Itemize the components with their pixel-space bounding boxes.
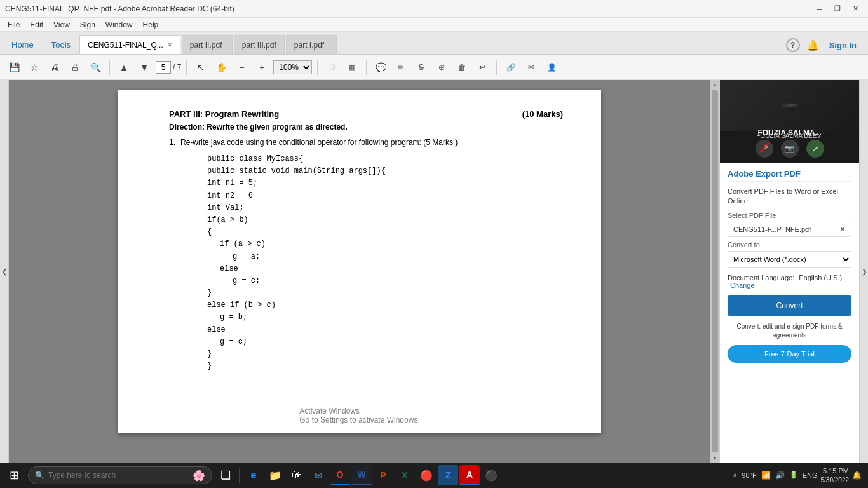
taskbar-explorer[interactable]: 📁 bbox=[265, 465, 285, 485]
find-button[interactable]: 🔍 bbox=[86, 58, 104, 76]
scroll-up-arrow[interactable]: ▲ bbox=[710, 80, 719, 89]
taskbar-store[interactable]: 🛍 bbox=[287, 465, 307, 485]
highlight-button[interactable]: ✏ bbox=[392, 58, 410, 76]
code-line-2: public static void main(String args[]){ bbox=[207, 165, 563, 177]
tab-part2[interactable]: part II.pdf bbox=[182, 35, 233, 54]
sign-in-button[interactable]: Sign In bbox=[825, 41, 860, 50]
tab-part3[interactable]: part III.pdf bbox=[234, 35, 285, 54]
help-button[interactable]: ? bbox=[786, 38, 800, 52]
taskbar-word[interactable]: W bbox=[351, 465, 372, 485]
pdf-direction: Direction: Rewrite the given program as … bbox=[169, 123, 563, 132]
hand-tool[interactable]: ✋ bbox=[212, 58, 230, 76]
trial-button[interactable]: Free 7-Day Trial bbox=[728, 345, 851, 363]
taskbar-time: 5:15 PM bbox=[821, 466, 850, 475]
code-line-16: g = c; bbox=[220, 336, 563, 348]
bookmark-button[interactable]: ☆ bbox=[25, 58, 43, 76]
menu-window[interactable]: Window bbox=[100, 19, 138, 30]
page-controls: / 7 bbox=[156, 61, 181, 74]
separator-3 bbox=[317, 60, 318, 75]
menu-view[interactable]: View bbox=[48, 19, 75, 30]
main-area: ❮ PART III: Program Rewriting (10 Marks)… bbox=[0, 80, 868, 463]
notification-icon[interactable]: 🔔 bbox=[851, 471, 863, 480]
zoom-select[interactable]: 100% 75% 125% 150% bbox=[273, 60, 312, 74]
convert-description: Convert PDF Files to Word or Excel Onlin… bbox=[728, 187, 851, 207]
undo-button[interactable]: ↩ bbox=[473, 58, 491, 76]
save-button[interactable]: 💾 bbox=[5, 58, 23, 76]
change-language-link[interactable]: Change bbox=[730, 281, 755, 289]
taskbar-taskview[interactable]: ❏ bbox=[215, 465, 236, 485]
tab-bar: Home Tools CENG511-FINAL_Q... ✕ part II.… bbox=[0, 32, 868, 55]
page-up-button[interactable]: ▲ bbox=[115, 58, 133, 76]
speaker-icon[interactable]: 🔊 bbox=[774, 471, 786, 480]
separator-1 bbox=[109, 60, 110, 75]
print-setup-button[interactable]: 🖨 bbox=[46, 58, 64, 76]
scrollbar-thumb[interactable] bbox=[712, 90, 718, 452]
code-line-10: else bbox=[220, 263, 563, 275]
menu-file[interactable]: File bbox=[3, 19, 25, 30]
taskbar-edge[interactable]: e bbox=[243, 465, 264, 485]
system-tray-arrow[interactable]: ∧ bbox=[731, 471, 738, 478]
tab-tools[interactable]: Tools bbox=[43, 35, 79, 54]
tab-part1[interactable]: part I.pdf bbox=[286, 35, 337, 54]
comment-button[interactable]: 💬 bbox=[372, 58, 390, 76]
network-icon[interactable]: 📶 bbox=[760, 471, 772, 480]
menu-sign[interactable]: Sign bbox=[75, 19, 100, 30]
convert-button[interactable]: Convert bbox=[728, 295, 851, 316]
strikethrough-button[interactable]: S̶ bbox=[412, 58, 430, 76]
zoom-out-button[interactable]: − bbox=[233, 58, 250, 76]
panel-mic-icon[interactable]: 🎤 bbox=[756, 140, 773, 158]
cursor-tool[interactable]: ↖ bbox=[192, 58, 210, 76]
convert-format-select[interactable]: Microsoft Word (*.docx) Microsoft Excel … bbox=[728, 251, 851, 268]
email-button[interactable]: ✉ bbox=[522, 58, 540, 76]
left-panel-toggle[interactable]: ❮ bbox=[0, 80, 9, 463]
taskbar-search-input[interactable] bbox=[48, 471, 189, 480]
marquee-zoom-button[interactable]: ▦ bbox=[343, 58, 361, 76]
taskbar-circle[interactable]: ⚫ bbox=[481, 465, 501, 485]
menu-edit[interactable]: Edit bbox=[25, 19, 48, 30]
user-button[interactable]: 👤 bbox=[543, 58, 560, 76]
taskbar-office[interactable]: O bbox=[330, 465, 350, 485]
taskbar-date: 5/30/2022 bbox=[821, 476, 850, 484]
page-down-button[interactable]: ▼ bbox=[135, 58, 153, 76]
close-button[interactable]: ✕ bbox=[848, 3, 863, 15]
restore-button[interactable]: ❐ bbox=[830, 3, 845, 15]
battery-icon[interactable]: 🔋 bbox=[788, 471, 799, 479]
right-panel-toggle[interactable]: ❯ bbox=[859, 80, 868, 463]
taskbar-mail[interactable]: ✉ bbox=[308, 465, 329, 485]
tab-ceng511[interactable]: CENG511-FINAL_Q... ✕ bbox=[79, 35, 180, 54]
notification-bell[interactable]: 🔔 bbox=[804, 36, 822, 54]
taskbar-excel[interactable]: X bbox=[395, 465, 415, 485]
taskbar-zoom[interactable]: Z bbox=[438, 465, 458, 485]
fit-page-button[interactable]: ⊞ bbox=[323, 58, 341, 76]
delete-button[interactable]: 🗑 bbox=[453, 58, 471, 76]
taskbar-clock[interactable]: 5:15 PM 5/30/2022 bbox=[821, 466, 850, 484]
taskbar-right: ∧ 98°F 📶 🔊 🔋 ENG 5:15 PM 5/30/2022 🔔 bbox=[731, 466, 865, 484]
scroll-down-arrow[interactable]: ▼ bbox=[710, 454, 719, 463]
start-button[interactable]: ⊞ bbox=[3, 464, 25, 487]
taskbar-widget-icon: 🌸 bbox=[193, 470, 205, 482]
file-box: CENG511-F...P_NFE.pdf ✕ bbox=[728, 222, 851, 237]
link-button[interactable]: 🔗 bbox=[502, 58, 520, 76]
panel-camera-icon[interactable]: 📷 bbox=[781, 140, 799, 158]
zoom-in-button[interactable]: + bbox=[253, 58, 271, 76]
taskbar-ppt[interactable]: P bbox=[373, 465, 393, 485]
stamp-button[interactable]: ⊕ bbox=[433, 58, 451, 76]
tab-home[interactable]: Home bbox=[3, 35, 43, 54]
separator-5 bbox=[496, 60, 497, 75]
panel-screen-share-icon[interactable]: ↗ bbox=[806, 140, 824, 158]
minimize-button[interactable]: ─ bbox=[812, 3, 827, 15]
file-close-button[interactable]: ✕ bbox=[839, 225, 846, 234]
page-number-input[interactable] bbox=[156, 61, 171, 74]
taskbar-chrome[interactable]: 🔴 bbox=[416, 465, 437, 485]
menu-help[interactable]: Help bbox=[138, 19, 164, 30]
separator-2 bbox=[186, 60, 187, 75]
tab-ceng511-close[interactable]: ✕ bbox=[167, 41, 172, 48]
weather-temp[interactable]: 98°F bbox=[740, 471, 757, 479]
language-indicator[interactable]: ENG bbox=[801, 471, 819, 479]
print-button[interactable]: 🖨 bbox=[66, 58, 84, 76]
taskbar-search-box[interactable]: 🔍 🌸 bbox=[28, 466, 212, 484]
code-line-4: int n2 = 6 bbox=[207, 190, 563, 202]
code-line-14: g = b; bbox=[220, 311, 563, 323]
code-line-17: } bbox=[207, 348, 563, 360]
taskbar-acrobat[interactable]: A bbox=[459, 465, 480, 485]
